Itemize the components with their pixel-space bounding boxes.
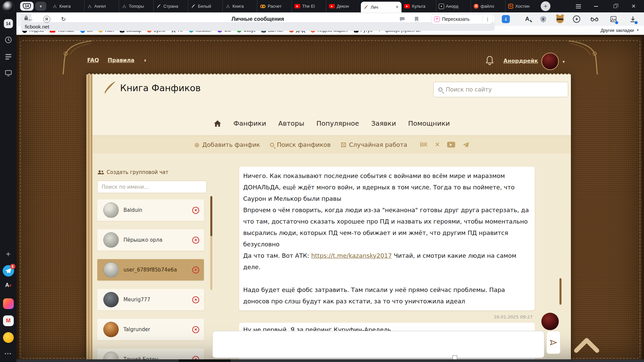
nav-item-заявки[interactable]: Заявки [371, 119, 396, 127]
browser-menu-button[interactable] [572, 0, 585, 12]
browser-tab-active[interactable]: Лич✕ [361, 2, 401, 12]
site-search[interactable] [433, 82, 568, 97]
scroll-to-top-button[interactable] [573, 335, 600, 354]
nav-item-авторы[interactable]: Авторы [278, 119, 304, 127]
faq-link[interactable]: FAQ [87, 57, 99, 63]
gradient-app-icon[interactable] [3, 298, 14, 309]
create-group-chat-button[interactable]: Создать групповой чат [97, 169, 168, 175]
translator-app-icon[interactable]: Ая [5, 282, 11, 288]
delete-chat-icon[interactable]: ✕ [192, 296, 199, 303]
nav-item-помощники[interactable]: Помощники [408, 119, 450, 127]
tab-counter-button[interactable]: 14 [20, 2, 34, 11]
play-circle-icon [573, 15, 580, 23]
window-maximize-button[interactable] [608, 0, 622, 12]
x-icon[interactable]: ✕ [435, 141, 440, 148]
other-bookmarks-button[interactable]: Другие закладки ▼ [600, 28, 644, 33]
user-menu-caret-icon[interactable]: ▼ [562, 60, 566, 64]
tab-list-chevron-button[interactable]: ▼ [35, 2, 46, 11]
browser-tab[interactable]: Топоры [119, 0, 153, 12]
chat-list-item[interactable]: Пёрышко орла✕ [97, 229, 204, 251]
yandex-home-button[interactable]: Я [42, 13, 52, 25]
reload-button[interactable]: ↻ [58, 13, 68, 25]
site-logo[interactable]: Книга Фанфиков [102, 80, 201, 95]
video-play-extension-icon[interactable] [571, 13, 582, 25]
retell-menu-icon[interactable]: ⋮ [485, 17, 490, 22]
send-button[interactable] [546, 331, 560, 354]
bear-extension-icon[interactable] [554, 13, 566, 25]
gmail-app-icon[interactable]: M [3, 315, 14, 326]
nav-item-популярное[interactable]: Популярное [316, 119, 359, 127]
chat-name-search-input[interactable] [97, 181, 207, 193]
notifications-bell-icon[interactable] [485, 56, 494, 66]
new-tab-button[interactable]: + [541, 1, 550, 11]
group-people-icon [97, 170, 104, 175]
downloads-icon[interactable] [627, 13, 639, 25]
home-icon[interactable] [214, 120, 221, 127]
retell-button[interactable]: ❝ Пересказать ⋮ [431, 14, 493, 24]
comments-icon[interactable] [397, 13, 407, 25]
username-link[interactable]: Анордрейк [503, 58, 538, 64]
browser-tab[interactable]: Культа [401, 0, 436, 12]
youtube-icon[interactable] [447, 142, 455, 147]
more-panel-icon[interactable]: ••• [5, 351, 12, 356]
telegram-app-icon[interactable]: 6 [3, 265, 14, 277]
subnav-item[interactable]: ⚄Случайная работа [341, 141, 407, 148]
chat-list-item[interactable]: Talgrunder✕ [97, 319, 204, 340]
reader-glasses-icon[interactable] [589, 13, 600, 25]
rules-link[interactable]: Правила [108, 57, 135, 63]
telegram-link[interactable]: https://t.me/kazansky2017 [311, 252, 392, 259]
window-close-button[interactable]: ✕ [627, 0, 640, 12]
browser-tab[interactable]: Ангел [84, 0, 119, 12]
add-panel-icon[interactable]: + [6, 249, 10, 259]
translate-page-icon[interactable]: A✎ [522, 13, 533, 25]
user-avatar[interactable] [541, 53, 559, 70]
theme-toggle-icon[interactable]: ◑ [143, 57, 147, 63]
chat-list-scrollbar-thumb[interactable] [210, 196, 212, 236]
browser-tab[interactable]: Декон [326, 0, 361, 12]
delete-chat-icon[interactable]: ✕ [192, 237, 199, 244]
url-host-chip[interactable]: ficbook.net [21, 22, 495, 31]
browser-tab[interactable]: Книга [50, 0, 84, 12]
delete-chat-icon[interactable]: ✕ [192, 266, 199, 274]
history-icon[interactable] [5, 36, 12, 44]
browser-tab[interactable]: Яфайло [471, 0, 505, 12]
browser-tab[interactable]: Белый [188, 0, 222, 12]
site-search-input[interactable] [446, 86, 563, 93]
subnav-item[interactable]: ⊕Добавить фанфик [194, 141, 260, 148]
message-input[interactable] [212, 331, 544, 358]
delete-chat-icon[interactable]: ✕ [192, 207, 199, 214]
dice-icon: ⚄ [341, 141, 346, 148]
chat-list-item[interactable]: Meurig777✕ [97, 289, 204, 310]
download-extension-icon[interactable]: ⇓ [500, 13, 512, 25]
yellow-app-icon[interactable] [3, 332, 14, 343]
feed-icon[interactable] [5, 53, 12, 60]
message-sender-avatar[interactable] [541, 313, 559, 330]
omnibox[interactable]: ← Я ↻ ficbook.net Личные сообщения ❝ Пер… [21, 13, 495, 25]
subnav-item[interactable]: Поиск фанфиков [270, 141, 331, 148]
browser-tab[interactable]: ↻Хостин [505, 0, 540, 12]
bookmark-flag-icon[interactable] [412, 13, 421, 25]
message-area-scrollbar-thumb[interactable] [559, 278, 561, 305]
browser-tab[interactable]: Расчет [257, 0, 291, 12]
tab-panel-button[interactable]: 14 [4, 19, 13, 28]
back-button[interactable]: ← [25, 13, 36, 25]
browser-tab[interactable]: The El [291, 0, 326, 12]
browser-tab[interactable]: ✶Анорд [436, 0, 471, 12]
tab-close-icon[interactable]: ✕ [395, 5, 399, 9]
chat-list-item-selected[interactable]: user_6789f85b74e6a✕ [97, 259, 204, 281]
image-tool-icon[interactable] [608, 13, 619, 25]
telegram-icon[interactable] [463, 142, 469, 148]
browser-tab[interactable]: Страна [153, 0, 188, 12]
browser-tab[interactable]: Книга [222, 0, 257, 12]
chat-list-item[interactable]: Balduin✕ [97, 199, 204, 221]
browser-profile-avatar[interactable] [2, 1, 14, 13]
horizontal-scrollbar-track[interactable] [16, 359, 644, 362]
window-minimize-button[interactable] [589, 0, 603, 12]
vk-icon[interactable]: ВК [420, 141, 428, 148]
chat-list-scrollbar-track[interactable] [210, 236, 212, 290]
nav-item-фанфики[interactable]: Фанфики [233, 119, 266, 127]
horizontal-scrollbar-thumb[interactable] [179, 359, 230, 362]
delete-chat-icon[interactable]: ✕ [192, 326, 199, 333]
adblock-shield-icon[interactable] [537, 13, 549, 25]
screenshot-icon[interactable] [5, 70, 12, 76]
